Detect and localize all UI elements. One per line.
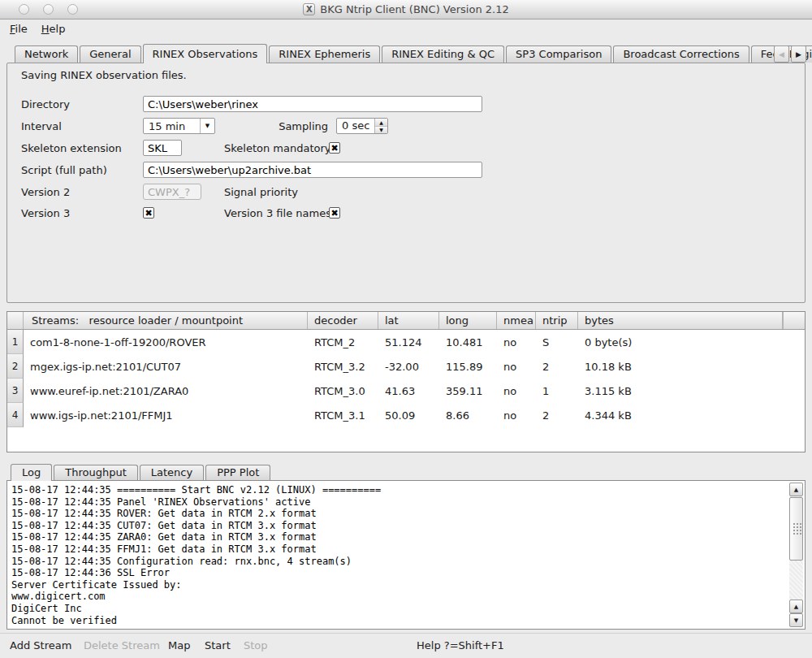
tab-general[interactable]: General [80,45,140,63]
header-corner [7,312,24,329]
cell-decoder: RTCM_3.2 [308,354,378,379]
header-long[interactable]: long [439,312,497,329]
table-row[interactable]: 4 www.igs-ip.net:2101/FFMJ1 RTCM_3.1 50.… [7,403,805,427]
tab-log[interactable]: Log [11,464,52,481]
chevron-down-icon: ▼ [200,119,214,133]
log-line: 15-08-17 12:44:35 ========== Start BNC v… [11,484,784,496]
tab-scroll-left-button[interactable]: ◀ [774,45,789,63]
sampling-label: Sampling [273,118,328,135]
chevron-left-icon: ◀ [779,50,784,58]
log-output[interactable]: 15-08-17 12:44:35 ========== Start BNC v… [6,480,806,630]
version2-signal-priority-input [143,184,201,200]
directory-input[interactable] [143,96,482,112]
log-line: DigiCert Inc [11,603,784,615]
sampling-value: 0 sec [337,119,374,133]
cell-long: 359.11 [439,379,497,403]
cell-bytes: 3.115 kB [578,379,805,403]
interval-select[interactable]: 15 min ▼ [143,118,215,134]
stop-button[interactable]: Stop [244,634,268,658]
help-button[interactable]: Help ?=Shift+F1 [417,634,504,658]
add-stream-button[interactable]: Add Stream [10,634,71,658]
cell-nmea: no [497,403,536,427]
header-ntrip[interactable]: ntrip [536,312,578,329]
interval-value: 15 min [144,120,200,132]
version3-filenames-label: Version 3 file names [224,205,331,222]
row-number[interactable]: 1 [7,330,24,354]
tab-rinex-observations[interactable]: RINEX Observations [143,44,268,63]
tab-latency[interactable]: Latency [140,465,204,480]
cell-lat: -32.00 [378,354,439,379]
zoom-button[interactable] [67,4,78,15]
script-input[interactable] [143,162,482,178]
spin-up-icon[interactable]: ▲ [375,119,387,127]
menu-help[interactable]: Help [41,23,66,35]
chevron-right-icon: ▶ [796,50,801,58]
streams-table: Streams: resource loader / mountpoint de… [6,311,806,452]
log-text: 15-08-17 12:44:35 ========== Start BNC v… [11,484,784,626]
scroll-up-button[interactable]: ▲ [789,483,803,496]
version2-label: Version 2 [21,184,139,201]
skeleton-extension-label: Skeleton extension [21,140,139,157]
map-button[interactable]: Map [168,634,190,658]
cell-ntrip: S [536,330,578,354]
scroll-up-button[interactable]: ▲ [789,600,803,613]
title-bar: X BKG Ntrip Client (BNC) Version 2.12 [0,0,812,19]
header-mountpoint[interactable]: Streams: resource loader / mountpoint [24,312,308,329]
table-row[interactable]: 1 com1-8-none-1-off-19200/ROVER RTCM_2 5… [7,330,805,354]
tab-sp3-comparison[interactable]: SP3 Comparison [506,45,611,63]
tab-scroll-right-button[interactable]: ▶ [791,45,806,63]
spin-down-icon[interactable]: ▼ [375,127,387,134]
scrollbar-thumb[interactable] [789,497,803,561]
signal-priority-label: Signal priority [224,184,298,201]
version3-filenames-checkbox[interactable]: ✖ [329,207,340,219]
minimize-button[interactable] [43,4,54,15]
directory-label: Directory [21,96,139,113]
log-scrollbar[interactable]: ▲ ▲ ▼ [789,483,803,627]
header-decoder[interactable]: decoder [308,312,378,329]
arrow-up-icon: ▲ [794,487,798,493]
skeleton-mandatory-label: Skeleton mandatory [224,140,331,157]
version3-checkbox[interactable]: ✖ [143,207,154,219]
skeleton-extension-input[interactable] [143,140,182,156]
scroll-down-button[interactable]: ▼ [789,613,803,627]
bottom-button-bar: Add Stream Delete Stream Map Start Stop … [0,633,812,658]
interval-label: Interval [21,118,139,135]
version3-label: Version 3 [21,205,139,222]
tab-throughput[interactable]: Throughput [54,465,138,480]
close-button[interactable] [19,4,29,15]
row-number[interactable]: 4 [7,403,24,427]
arrow-down-icon: ▼ [794,617,798,624]
sampling-spinner[interactable]: 0 sec ▲ ▼ [336,118,388,134]
tab-rinex-ephemeris[interactable]: RINEX Ephemeris [269,45,380,63]
row-number[interactable]: 3 [7,379,24,403]
checkmark-icon: ✖ [330,209,338,218]
log-line: www.digicert.com [11,591,784,603]
cell-ntrip: 2 [536,403,578,427]
table-row[interactable]: 2 mgex.igs-ip.net:2101/CUT07 RTCM_3.2 -3… [7,354,805,379]
menu-file[interactable]: File [10,23,28,35]
row-number[interactable]: 2 [7,354,24,379]
tab-rinex-editing-qc[interactable]: RINEX Editing & QC [382,45,504,63]
delete-stream-button[interactable]: Delete Stream [84,634,160,658]
log-line: 15-08-17 12:44:35 ROVER: Get data in RTC… [11,508,784,520]
cell-nmea: no [497,354,536,379]
table-row[interactable]: 3 www.euref-ip.net:2101/ZARA0 RTCM_3.0 4… [7,379,805,403]
tab-network[interactable]: Network [15,45,78,63]
tab-broadcast-corrections[interactable]: Broadcast Corrections [613,45,749,63]
tab-ppp-plot[interactable]: PPP Plot [205,465,270,480]
cell-bytes: 4.344 kB [578,403,805,427]
log-line: 15-08-17 12:44:35 ZARA0: Get data in RTC… [11,531,784,543]
skeleton-mandatory-checkbox[interactable]: ✖ [329,142,340,154]
tab-scroll-buttons: ◀ ▶ [772,45,806,63]
cell-mountpoint: www.euref-ip.net:2101/ZARA0 [24,379,308,403]
log-tab-bar: Log Throughput Latency PPP Plot [11,463,272,480]
cell-mountpoint: mgex.igs-ip.net:2101/CUT07 [24,354,308,379]
header-bytes[interactable]: bytes [578,312,783,329]
start-button[interactable]: Start [205,634,231,658]
panel-description: Saving RINEX observation files. [21,69,187,81]
header-nmea[interactable]: nmea [497,312,536,329]
window-title: BKG Ntrip Client (BNC) Version 2.12 [320,3,508,15]
cell-long: 10.481 [439,330,497,354]
cell-bytes: 0 byte(s) [578,330,805,354]
header-lat[interactable]: lat [378,312,439,329]
